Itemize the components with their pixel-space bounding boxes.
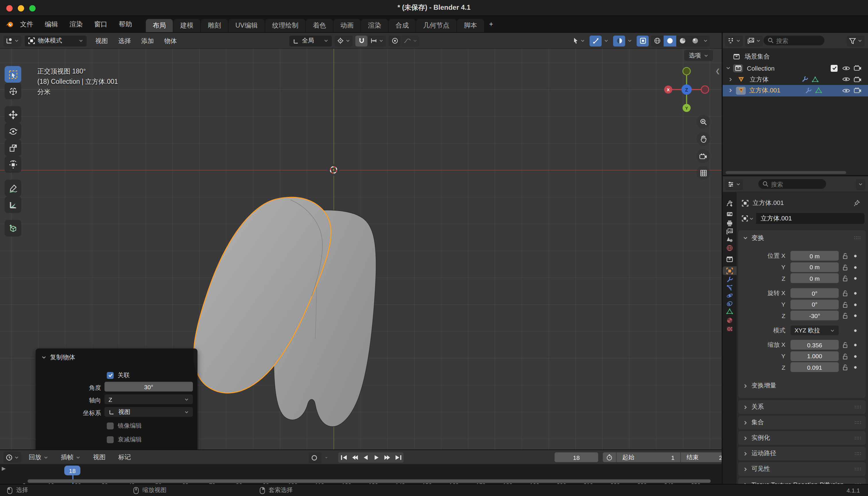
panel-grip-icon[interactable]: ∷∷ <box>855 451 862 456</box>
transform-value-field[interactable]: 0 m <box>790 262 839 272</box>
proportional-falloff-dropdown[interactable] <box>401 35 420 46</box>
next-keyframe-button[interactable] <box>382 452 393 463</box>
play-button[interactable] <box>371 452 382 463</box>
properties-panel-collapsed[interactable]: Tissue Texture Reaction-Diffusion ∷∷ <box>738 478 866 484</box>
tab-collection[interactable] <box>723 255 737 264</box>
jump-to-start-button[interactable] <box>338 452 349 463</box>
properties-editor-type-button[interactable] <box>725 179 743 190</box>
workspace-tab[interactable]: 布局 <box>146 19 173 32</box>
menu-item[interactable]: 窗口 <box>89 16 113 32</box>
animate-dot-icon[interactable] <box>854 254 857 258</box>
timeline-view-menu[interactable]: 视图 <box>88 453 111 462</box>
xray-toggle[interactable] <box>637 35 649 46</box>
eye-icon[interactable] <box>842 65 850 71</box>
tab-material[interactable] <box>723 316 737 324</box>
close-window-button[interactable] <box>6 5 13 11</box>
minimize-window-button[interactable] <box>18 5 24 11</box>
workspace-tab[interactable]: 着色 <box>306 19 333 32</box>
camera-icon[interactable] <box>854 88 862 94</box>
proportional-editing-toggle[interactable] <box>389 35 401 46</box>
workspace-tab[interactable]: 建模 <box>173 19 200 32</box>
panel-grip-icon[interactable]: ∷∷ <box>855 420 862 425</box>
lock-icon[interactable] <box>842 301 848 308</box>
eye-icon[interactable] <box>842 77 850 82</box>
gizmo-axis-y-neg[interactable] <box>683 67 690 75</box>
collapse-icon[interactable] <box>743 235 748 241</box>
workspace-tab[interactable]: 渲染 <box>361 19 388 32</box>
panel-grip-icon[interactable]: ∷∷ <box>855 482 862 484</box>
panel-grip-icon[interactable]: ∷∷ <box>854 235 861 241</box>
camera-icon[interactable] <box>854 76 862 83</box>
animate-dot-icon[interactable] <box>854 265 857 269</box>
orientation-dropdown[interactable]: 视图 <box>105 407 193 417</box>
options-button[interactable]: 选项 <box>684 50 713 61</box>
properties-panel-collapsed[interactable]: 关系 ∷∷ <box>738 400 866 414</box>
tab-world[interactable] <box>723 244 737 252</box>
object-browse-button[interactable] <box>740 213 756 224</box>
outliner-editor-type-button[interactable] <box>725 35 743 46</box>
tab-object-data[interactable] <box>723 307 737 316</box>
outliner-row-collection[interactable]: Collection <box>723 63 868 74</box>
transform-value-field[interactable]: 0° <box>790 288 839 298</box>
outliner-scrollbar[interactable] <box>726 171 846 174</box>
animate-dot-icon[interactable] <box>854 292 857 295</box>
snap-toggle[interactable] <box>355 35 368 46</box>
transform-tool[interactable] <box>4 156 21 173</box>
collapse-icon[interactable] <box>41 355 46 360</box>
timeline-expand-arrow[interactable]: ▶ <box>2 466 6 471</box>
workspace-tab[interactable]: 雕刻 <box>201 19 228 32</box>
transform-value-field[interactable]: 0 m <box>790 251 839 261</box>
outliner-filter-button[interactable] <box>847 35 865 46</box>
transform-value-field[interactable]: -30° <box>790 311 839 320</box>
expand-icon[interactable] <box>728 88 733 93</box>
outliner-row-scene-collection[interactable]: 场景集合 <box>723 51 868 62</box>
shading-material-button[interactable] <box>676 35 689 46</box>
annotate-tool[interactable] <box>4 180 21 196</box>
viewport-menu-item[interactable]: 物体 <box>159 36 182 45</box>
zoom-view-button[interactable] <box>696 115 710 128</box>
operator-title[interactable]: 复制物体 <box>50 353 75 362</box>
panel-grip-icon[interactable]: ∷∷ <box>855 404 862 409</box>
workspace-tab[interactable]: 几何节点 <box>416 19 456 32</box>
shading-wireframe-button[interactable] <box>651 35 664 46</box>
panel-grip-icon[interactable]: ∷∷ <box>855 435 862 440</box>
tab-output[interactable] <box>723 219 737 227</box>
tab-constraints[interactable] <box>723 299 737 308</box>
maximize-window-button[interactable] <box>29 5 35 11</box>
perspective-toggle-button[interactable] <box>696 166 710 180</box>
expand-icon[interactable] <box>728 77 733 82</box>
auto-keying-toggle[interactable] <box>309 452 322 463</box>
lock-icon[interactable] <box>842 264 848 271</box>
add-cube-tool[interactable] <box>4 220 21 236</box>
snap-settings-dropdown[interactable] <box>368 35 386 46</box>
overlays-dropdown[interactable] <box>625 35 634 46</box>
pivot-point-dropdown[interactable] <box>335 35 353 46</box>
animate-dot-icon[interactable] <box>854 303 857 306</box>
object-name-field[interactable]: 立方体.001 <box>756 213 865 224</box>
workspace-tab[interactable]: 纹理绘制 <box>265 19 306 32</box>
workspace-tab[interactable]: 动画 <box>334 19 360 32</box>
delta-transform-subpanel[interactable]: 变换增量 <box>743 382 776 390</box>
shading-dropdown[interactable] <box>701 35 710 46</box>
transform-orientation-dropdown[interactable]: 全局 <box>289 35 332 46</box>
properties-panel-collapsed[interactable]: 可见性 ∷∷ <box>738 462 866 476</box>
scale-tool[interactable] <box>4 140 21 156</box>
viewport-menu-item[interactable]: 视图 <box>90 36 113 45</box>
workspace-tab[interactable]: 合成 <box>389 19 416 32</box>
animate-dot-icon[interactable] <box>854 366 857 369</box>
lock-icon[interactable] <box>842 364 848 371</box>
falloff-editing-checkbox[interactable] <box>107 436 114 443</box>
expand-icon[interactable] <box>726 66 731 71</box>
show-overlays-toggle[interactable] <box>613 35 625 46</box>
mirror-editing-checkbox[interactable] <box>107 422 114 429</box>
cursor-tool[interactable] <box>4 83 21 99</box>
menu-item[interactable]: 帮助 <box>113 16 138 32</box>
lock-icon[interactable] <box>842 342 848 348</box>
outliner-row-cube[interactable]: 立方体 <box>723 74 868 85</box>
transform-value-field[interactable]: 0.356 <box>790 340 839 350</box>
animate-dot-icon[interactable] <box>854 329 857 332</box>
frame-ruler[interactable]: 0102030405060708090100110120130140150160… <box>0 464 722 478</box>
tab-modifiers[interactable] <box>723 275 737 283</box>
tab-physics[interactable] <box>723 291 737 300</box>
transform-value-field[interactable]: 0 m <box>790 273 839 283</box>
